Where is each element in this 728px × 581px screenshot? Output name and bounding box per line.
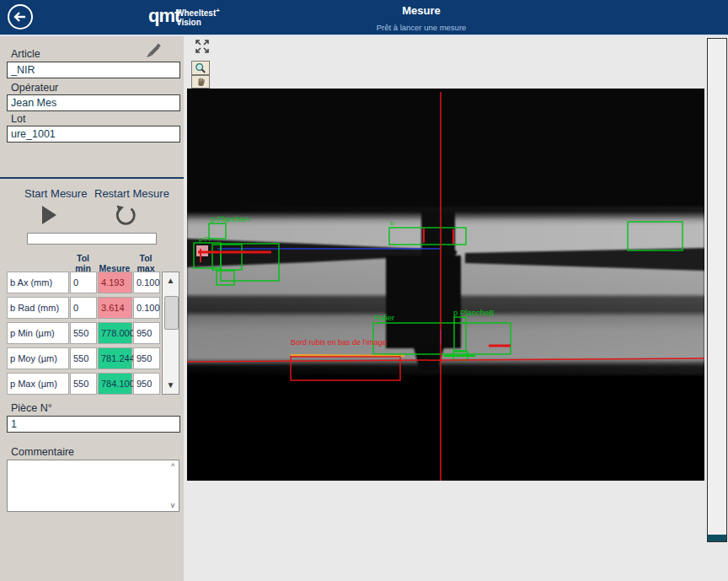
row-max: 950 <box>133 347 160 369</box>
edge-detect-line <box>187 358 704 362</box>
orange-fit-line <box>291 355 404 356</box>
magnifier-icon <box>195 62 206 74</box>
right-side-panel[interactable] <box>707 38 727 542</box>
fit-expand-icon[interactable] <box>195 39 210 57</box>
app-logo-sub: Wheeltest+ Vision <box>176 6 220 27</box>
page-title: Mesure <box>320 4 522 17</box>
restart-icon[interactable] <box>113 202 138 231</box>
edit-pencil-icon[interactable] <box>144 39 164 62</box>
back-arrow-icon <box>9 6 31 28</box>
article-label: Article <box>11 48 40 60</box>
row-name: p Moy (µm) <box>7 347 69 369</box>
row-name: b Ax (mm) <box>7 272 69 293</box>
textarea-scroll-down-icon[interactable]: v <box>168 501 178 509</box>
row-mesure: 781.244 <box>98 347 132 369</box>
row-min: 550 <box>70 322 97 344</box>
row-mesure: 3.614 <box>98 297 132 319</box>
row-max: 950 <box>133 322 160 344</box>
viewer-area: p PlancheA p Pl b Palier p PlancheB Bord… <box>184 36 728 581</box>
row-name: p Min (µm) <box>7 322 69 344</box>
row-max: 0.100 <box>133 297 160 319</box>
commentaire-textarea[interactable] <box>7 460 179 512</box>
green-roi-center <box>373 222 682 360</box>
scroll-down-icon[interactable]: ▼ <box>163 377 179 394</box>
col-tol-min-header: Tol <box>70 253 96 263</box>
play-icon[interactable] <box>42 206 56 224</box>
piece-label: Pièce N° <box>11 402 52 414</box>
control-sidebar: Article Opérateur Lot Start Mesure Resta… <box>0 36 184 581</box>
row-name: b Rad (mm) <box>7 297 69 319</box>
camera-viewport[interactable]: p PlancheA p Pl b Palier p PlancheB Bord… <box>187 89 704 481</box>
bord-rubis-label: Bord rubis en bas de l'image <box>291 338 387 347</box>
row-mesure: 784.100 <box>98 373 132 395</box>
red-measure-marks <box>198 229 511 346</box>
row-mesure: 4.193 <box>98 272 132 293</box>
b-mark-label: b <box>390 219 394 227</box>
pan-tool-button[interactable] <box>191 75 210 89</box>
start-mesure-button[interactable]: Start Mesure <box>24 187 87 200</box>
logo-line1: Wheeltest <box>176 8 216 18</box>
table-scrollbar[interactable]: ▲ ▼ <box>162 272 179 395</box>
status-text: Prêt à lancer une mesure <box>320 23 522 32</box>
restart-mesure-button[interactable]: Restart Mesure <box>94 187 169 200</box>
zoom-tool-button[interactable] <box>191 61 210 75</box>
row-min: 0 <box>70 297 97 319</box>
row-min: 550 <box>70 347 97 369</box>
scroll-up-icon[interactable]: ▲ <box>163 272 179 289</box>
logo-line2: Vision <box>176 18 220 27</box>
lot-input[interactable] <box>7 126 180 143</box>
app-header: qmt Wheeltest+ Vision Mesure Prêt à lanc… <box>0 0 728 36</box>
row-mesure: 778.000 <box>98 322 132 344</box>
planche-b-label: p PlancheB <box>453 308 495 317</box>
planche-a-small-label: p Pl <box>199 235 211 243</box>
row-min: 550 <box>70 373 97 395</box>
progress-bar <box>27 233 157 245</box>
row-name: p Max (µm) <box>7 373 69 395</box>
logo-plus: + <box>216 7 220 14</box>
back-button[interactable] <box>8 4 33 30</box>
lot-label: Lot <box>11 113 25 125</box>
annotation-overlay: p PlancheA p Pl b Palier p PlancheB Bord… <box>187 89 704 481</box>
palier-label: Palier <box>374 313 394 322</box>
row-max: 950 <box>133 373 160 395</box>
app-logo: qmt <box>148 5 179 27</box>
col-tol-max-header: Tol <box>132 253 159 263</box>
commentaire-label: Commentaire <box>11 446 74 458</box>
right-panel-handle[interactable] <box>708 535 726 541</box>
article-input[interactable] <box>7 62 180 78</box>
hand-icon <box>195 77 206 88</box>
piece-input[interactable] <box>7 416 180 433</box>
section-divider <box>0 177 184 179</box>
operateur-input[interactable] <box>7 94 180 111</box>
row-max: 0.100 <box>133 272 160 293</box>
textarea-scroll-up-icon[interactable]: ^ <box>168 462 178 471</box>
operateur-label: Opérateur <box>11 82 58 94</box>
scroll-thumb[interactable] <box>164 296 179 330</box>
planche-a-label: p PlancheA <box>211 215 249 223</box>
row-min: 0 <box>70 272 97 293</box>
